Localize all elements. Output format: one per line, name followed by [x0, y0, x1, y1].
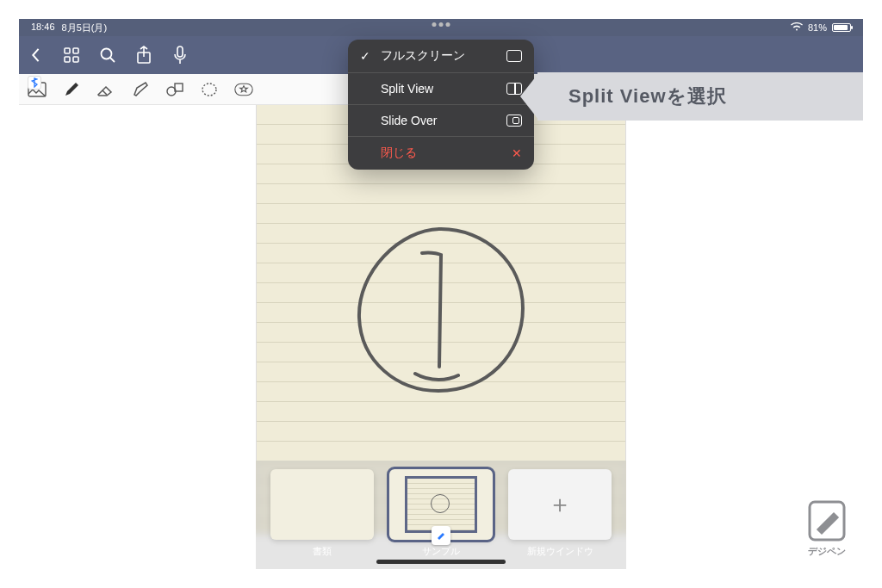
- close-icon: ✕: [512, 146, 522, 160]
- menu-close[interactable]: 閉じる ✕: [348, 137, 534, 170]
- favorite-tool-icon[interactable]: [234, 80, 253, 99]
- svg-point-4: [102, 49, 112, 59]
- multitask-pill[interactable]: [432, 22, 450, 27]
- handwriting-drawing: [346, 220, 536, 401]
- wifi-icon: [791, 22, 803, 33]
- multitask-menu: ✓フルスクリーン Split View Slide Over 閉じる ✕: [348, 40, 534, 170]
- shelf-item-documents[interactable]: 書類: [270, 469, 374, 564]
- app-shelf: 書類 サンプル ＋ 新規ウインドウ: [256, 461, 626, 569]
- menu-splitview-label: Split View: [381, 82, 433, 96]
- shape-tool-icon[interactable]: [165, 80, 184, 99]
- search-icon[interactable]: [98, 46, 117, 65]
- menu-slideover-label: Slide Over: [381, 114, 437, 127]
- highlighter-tool-icon[interactable]: [131, 80, 150, 99]
- callout-text: Split Viewを選択: [568, 84, 727, 109]
- battery-icon: [832, 23, 851, 32]
- shelf-item-sample[interactable]: サンプル: [389, 469, 493, 564]
- fullscreen-icon: [506, 50, 522, 62]
- check-icon: ✓: [360, 49, 372, 63]
- app-mini-icon: [432, 526, 450, 545]
- svg-point-11: [202, 84, 216, 96]
- status-date: 8月5日(月): [62, 22, 108, 34]
- svg-rect-0: [65, 48, 70, 53]
- menu-splitview[interactable]: Split View: [348, 73, 534, 105]
- status-time: 18:46: [31, 22, 55, 34]
- svg-rect-2: [65, 57, 70, 62]
- bluetooth-icon: [28, 76, 41, 90]
- shelf-item-new-window[interactable]: ＋ 新規ウインドウ: [508, 469, 612, 564]
- shelf-item-label: 書類: [270, 545, 374, 558]
- svg-rect-1: [73, 48, 78, 53]
- svg-rect-6: [177, 46, 183, 57]
- annotation-callout: Split Viewを選択: [537, 72, 863, 121]
- menu-slideover[interactable]: Slide Over: [348, 105, 534, 137]
- back-icon[interactable]: [26, 46, 45, 65]
- share-icon[interactable]: [134, 46, 153, 65]
- watermark-logo: デジペン: [799, 498, 854, 560]
- battery-percent: 81%: [808, 22, 827, 33]
- home-indicator[interactable]: [376, 560, 506, 564]
- shelf-item-label: サンプル: [389, 545, 493, 558]
- menu-close-label: 閉じる: [381, 145, 417, 161]
- shelf-item-label: 新規ウインドウ: [508, 545, 612, 558]
- pen-tool-icon[interactable]: [62, 80, 81, 99]
- eraser-tool-icon[interactable]: [96, 80, 115, 99]
- svg-rect-3: [73, 57, 78, 62]
- grid-icon[interactable]: [62, 46, 81, 65]
- mic-icon[interactable]: [171, 46, 189, 65]
- watermark-text: デジペン: [799, 545, 854, 558]
- menu-fullscreen-label: フルスクリーン: [381, 48, 465, 64]
- plus-icon: ＋: [548, 488, 572, 521]
- menu-fullscreen[interactable]: ✓フルスクリーン: [348, 40, 534, 73]
- lasso-tool-icon[interactable]: [200, 80, 219, 99]
- status-bar: 18:46 8月5日(月) 81%: [19, 19, 863, 36]
